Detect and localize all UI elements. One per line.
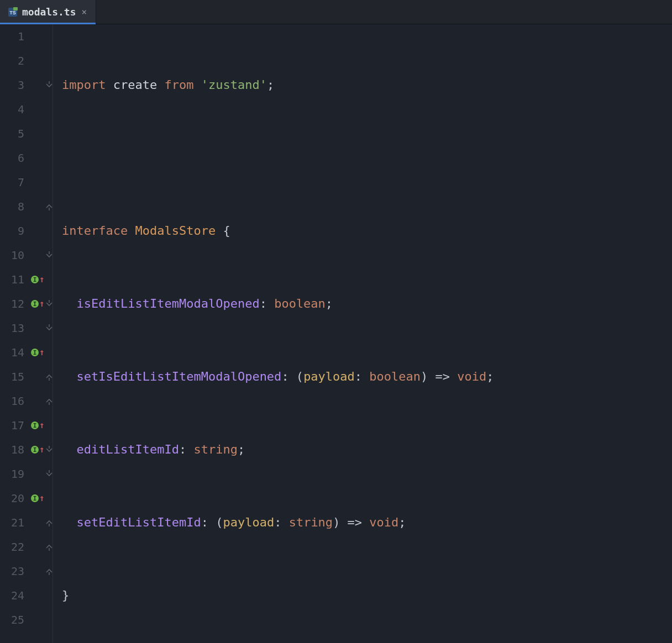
implements-icon: I <box>31 276 39 283</box>
svg-rect-13 <box>49 548 50 551</box>
svg-text:TS: TS <box>9 10 16 15</box>
tab-bar: TS modals.ts × <box>0 0 672 24</box>
fold-close-icon[interactable] <box>45 365 53 389</box>
tab-modals-ts[interactable]: TS modals.ts × <box>0 0 96 24</box>
code-area[interactable]: import create from 'zustand'; interface … <box>55 24 672 643</box>
code-line: setEditListItemId: (payload: string) => … <box>62 510 672 535</box>
svg-rect-7 <box>49 446 50 449</box>
code-line <box>62 146 672 170</box>
svg-rect-11 <box>49 402 50 405</box>
line-number: 25 <box>0 608 24 632</box>
line-number: 15 <box>0 365 24 389</box>
implements-icon: I <box>31 300 39 308</box>
svg-rect-3 <box>49 81 50 84</box>
line-number: 4 <box>0 97 24 122</box>
tab-label: modals.ts <box>22 6 76 18</box>
svg-rect-12 <box>49 524 50 526</box>
svg-rect-10 <box>49 378 50 381</box>
line-number: 19 <box>0 462 24 486</box>
line-number: 9 <box>0 219 24 243</box>
line-number: 1 <box>0 24 24 49</box>
svg-rect-14 <box>49 572 50 575</box>
line-number: 20 <box>0 486 24 510</box>
line-number: 8 <box>0 194 24 219</box>
inspection-marker[interactable]: I↑ <box>31 267 45 292</box>
fold-open-icon[interactable] <box>45 292 53 316</box>
fold-open-icon[interactable] <box>45 462 53 486</box>
line-number: 2 <box>0 49 24 73</box>
implements-icon: I <box>31 446 39 454</box>
code-editor[interactable]: 1234567891011121314151617181920212223242… <box>0 24 672 643</box>
line-number: 22 <box>0 535 24 559</box>
code-line: } <box>62 583 672 608</box>
line-number: 11 <box>0 267 24 292</box>
arrow-up-icon: ↑ <box>39 445 45 454</box>
code-line: isEditListItemModalOpened: boolean; <box>62 292 672 316</box>
fold-open-icon[interactable] <box>45 73 53 97</box>
line-number: 12 <box>0 292 24 316</box>
line-number: 14 <box>0 340 24 365</box>
svg-rect-8 <box>49 470 50 473</box>
svg-rect-2 <box>13 7 18 10</box>
implements-icon: I <box>31 421 39 429</box>
line-number: 18 <box>0 438 24 462</box>
svg-rect-4 <box>49 251 50 254</box>
line-number: 6 <box>0 146 24 170</box>
line-number: 7 <box>0 170 24 194</box>
code-line: interface ModalsStore { <box>62 219 672 243</box>
fold-open-icon[interactable] <box>45 316 53 340</box>
arrow-up-icon: ↑ <box>39 421 45 430</box>
inspection-marker[interactable]: I↑ <box>31 292 45 316</box>
code-line: import create from 'zustand'; <box>62 73 672 97</box>
arrow-up-icon: ↑ <box>39 299 45 308</box>
fold-close-icon[interactable] <box>45 194 53 219</box>
arrow-up-icon: ↑ <box>39 348 45 357</box>
fold-open-icon[interactable] <box>45 243 53 267</box>
inspection-marker[interactable]: I↑ <box>31 438 45 462</box>
fold-gutter <box>45 24 53 643</box>
fold-close-icon[interactable] <box>45 389 53 413</box>
line-number: 10 <box>0 243 24 267</box>
line-number: 16 <box>0 389 24 413</box>
svg-rect-5 <box>49 300 50 303</box>
marker-gutter: I↑I↑I↑I↑I↑I↑ <box>30 24 45 643</box>
inspection-marker[interactable]: I↑ <box>31 340 45 365</box>
implements-icon: I <box>31 349 39 356</box>
code-line: setIsEditListItemModalOpened: (payload: … <box>62 365 672 389</box>
fold-close-icon[interactable] <box>45 510 53 535</box>
arrow-up-icon: ↑ <box>39 275 45 284</box>
line-number: 23 <box>0 559 24 583</box>
svg-rect-9 <box>49 208 50 210</box>
inspection-marker[interactable]: I↑ <box>31 413 45 438</box>
line-number: 21 <box>0 510 24 535</box>
implements-icon: I <box>31 494 39 502</box>
line-number: 17 <box>0 413 24 438</box>
fold-close-icon[interactable] <box>45 559 53 583</box>
line-number: 24 <box>0 583 24 608</box>
line-number: 5 <box>0 122 24 146</box>
code-line: editListItemId: string; <box>62 438 672 462</box>
close-icon[interactable]: × <box>81 7 88 17</box>
fold-open-icon[interactable] <box>45 438 53 462</box>
svg-rect-6 <box>49 324 50 327</box>
arrow-up-icon: ↑ <box>39 494 45 503</box>
line-number-gutter: 1234567891011121314151617181920212223242… <box>0 24 30 643</box>
line-number: 3 <box>0 73 24 97</box>
line-number: 13 <box>0 316 24 340</box>
fold-close-icon[interactable] <box>45 535 53 559</box>
inspection-marker[interactable]: I↑ <box>31 486 45 510</box>
typescript-file-icon: TS <box>8 7 18 17</box>
